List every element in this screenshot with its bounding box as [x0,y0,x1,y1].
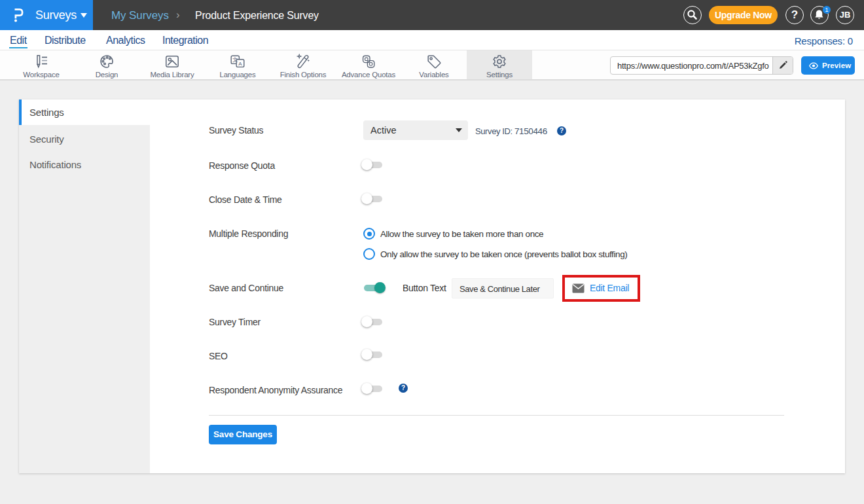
svg-text:A: A [238,61,242,67]
svg-text:文: 文 [232,56,238,63]
